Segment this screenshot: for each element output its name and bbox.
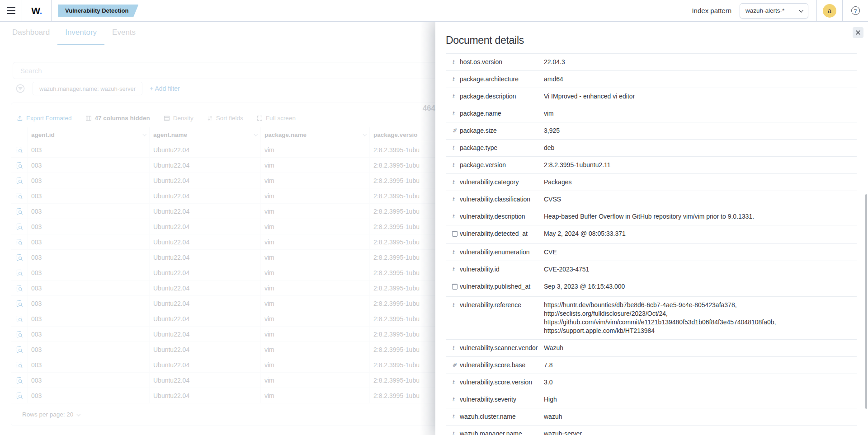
field-name: host.os.version — [460, 58, 544, 66]
field-name: package.type — [460, 144, 544, 152]
field-type-icon — [452, 144, 460, 152]
field-type-icon — [452, 161, 460, 169]
field-type-icon — [452, 301, 460, 309]
field-value: CVE-2023-4751 — [544, 265, 857, 274]
field-name: vulnerability.score.base — [460, 361, 544, 370]
field-name: package.size — [460, 126, 544, 135]
field-type-icon — [452, 75, 460, 84]
chevron-down-icon — [799, 8, 803, 13]
field-type-icon — [452, 92, 460, 101]
field-type-icon — [452, 344, 460, 352]
field-row: vulnerability.enumeration CVE — [446, 243, 857, 261]
field-name: vulnerability.description — [460, 212, 544, 221]
field-type-icon — [452, 229, 460, 239]
field-value: 7.8 — [544, 361, 857, 370]
field-row: vulnerability.score.base 7.8 — [446, 356, 857, 374]
field-name: package.description — [460, 92, 544, 101]
field-value: Wazuh — [544, 344, 857, 352]
field-name: vulnerability.id — [460, 265, 544, 274]
field-row: package.size 3,925 — [446, 122, 857, 139]
menu-icon[interactable] — [0, 0, 22, 22]
avatar[interactable]: a — [823, 4, 836, 18]
field-name: package.architecture — [460, 75, 544, 84]
field-name: package.name — [460, 109, 544, 118]
field-row: vulnerability.score.version 3.0 — [446, 374, 857, 391]
field-row: vulnerability.id CVE-2023-4751 — [446, 261, 857, 278]
field-name: wazuh.manager.name — [460, 430, 544, 435]
help-icon[interactable]: ? — [851, 6, 860, 15]
field-value: CVE — [544, 248, 857, 257]
field-value: 2:8.2.3995-1ubuntu2.11 — [544, 161, 857, 169]
field-value: Sep 3, 2023 @ 16:15:43.000 — [544, 282, 857, 291]
field-type-icon — [452, 282, 460, 292]
field-value: 22.04.3 — [544, 58, 857, 66]
field-type-icon — [452, 265, 460, 274]
field-row: vulnerability.description Heap-based Buf… — [446, 208, 857, 225]
field-value: wazuh — [544, 412, 857, 421]
field-value: CVSS — [544, 195, 857, 204]
field-value: High — [544, 395, 857, 404]
field-type-icon — [452, 248, 460, 257]
field-row: package.description Vi IMproved - enhanc… — [446, 88, 857, 105]
field-row: vulnerability.severity High — [446, 391, 857, 408]
field-name: vulnerability.severity — [460, 395, 544, 404]
field-type-icon — [452, 395, 460, 404]
index-pattern-label: Index pattern — [692, 7, 731, 14]
field-value: wazuh-server — [544, 430, 857, 435]
flyout-title: Document details — [446, 34, 857, 47]
field-value: vim — [544, 109, 857, 118]
field-type-icon — [452, 378, 460, 387]
field-row: package.type deb — [446, 139, 857, 156]
field-row: vulnerability.category Packages — [446, 173, 857, 191]
field-row: wazuh.manager.name wazuh-server — [446, 425, 857, 435]
field-row: package.version 2:8.2.3995-1ubuntu2.11 — [446, 156, 857, 173]
field-type-icon — [452, 109, 460, 118]
index-pattern-select[interactable]: wazuh-alerts-* — [740, 3, 808, 19]
header-divider — [51, 0, 52, 22]
field-type-icon — [452, 430, 460, 435]
flyout-scrollbar[interactable] — [865, 194, 867, 409]
field-type-icon — [452, 126, 460, 135]
field-name: package.version — [460, 161, 544, 169]
field-name: vulnerability.enumeration — [460, 248, 544, 257]
wazuh-logo[interactable]: W. — [22, 5, 51, 16]
document-fields-list: host.os.version 22.04.3 package.architec… — [446, 53, 857, 435]
field-name: vulnerability.score.version — [460, 378, 544, 387]
field-value: May 2, 2024 @ 08:05:33.371 — [544, 229, 857, 238]
field-name: vulnerability.category — [460, 178, 544, 187]
field-row: vulnerability.classification CVSS — [446, 191, 857, 208]
breadcrumb[interactable]: Vulnerability Detection — [58, 5, 138, 17]
field-type-icon — [452, 412, 460, 421]
field-type-icon — [452, 195, 460, 204]
field-name: vulnerability.published_at — [460, 282, 544, 291]
field-name: vulnerability.scanner.vendor — [460, 344, 544, 352]
field-value: 3,925 — [544, 126, 857, 135]
field-type-icon — [452, 58, 460, 66]
field-row: host.os.version 22.04.3 — [446, 53, 857, 70]
field-name: vulnerability.reference — [460, 301, 544, 309]
field-value: 3.0 — [544, 378, 857, 387]
field-row: vulnerability.reference https://huntr.de… — [446, 296, 857, 339]
field-row: vulnerability.published_at Sep 3, 2023 @… — [446, 278, 857, 296]
field-value: Vi IMproved - enhanced vi editor — [544, 92, 857, 101]
close-icon[interactable] — [853, 27, 863, 38]
app-header: W. Vulnerability Detection Index pattern… — [0, 0, 868, 22]
field-row: package.name vim — [446, 105, 857, 122]
field-name: vulnerability.detected_at — [460, 229, 544, 238]
field-type-icon — [452, 361, 460, 370]
field-name: vulnerability.classification — [460, 195, 544, 204]
field-type-icon — [452, 212, 460, 221]
field-value: https://huntr.dev/bounties/db7be8d6-6cb7… — [544, 301, 857, 335]
field-row: package.architecture amd64 — [446, 70, 857, 88]
document-details-flyout: Document details host.os.version 22.04.3… — [435, 22, 868, 435]
field-row: vulnerability.detected_at May 2, 2024 @ … — [446, 225, 857, 243]
field-value: Packages — [544, 178, 857, 187]
field-value: Heap-based Buffer Overflow in GitHub rep… — [544, 212, 857, 221]
field-row: wazuh.cluster.name wazuh — [446, 408, 857, 425]
field-name: wazuh.cluster.name — [460, 412, 544, 421]
field-value: deb — [544, 144, 857, 152]
field-type-icon — [452, 178, 460, 187]
field-row: vulnerability.scanner.vendor Wazuh — [446, 339, 857, 356]
field-value: amd64 — [544, 75, 857, 84]
